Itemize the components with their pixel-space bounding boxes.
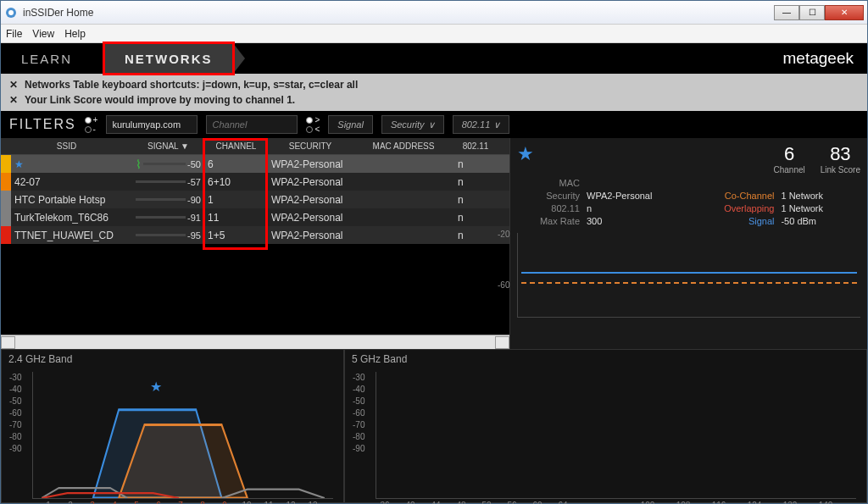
axis-tick: 13	[308, 501, 317, 504]
nav-learn[interactable]: LEARN	[1, 43, 92, 74]
row-color-swatch	[1, 191, 11, 208]
band-5ghz: 5 GHz Band -30-40-50-60-70-80-90-30-40-5…	[344, 349, 867, 503]
cell-channel: 6	[204, 158, 268, 170]
spectrum-chart-24: ★ -30-40-50-60-70-80-9012345678910111213	[32, 372, 333, 499]
nav-networks[interactable]: NETWORKS	[104, 43, 233, 74]
axis-tick: 44	[431, 501, 440, 504]
cell-signal: -90	[132, 195, 204, 205]
filter-ssid-input[interactable]	[106, 115, 198, 134]
axis-tick: 140	[819, 501, 833, 504]
table-row[interactable]: ★ ⌇-506WPA2-Personaln	[1, 155, 509, 173]
filter-channel-input[interactable]	[206, 115, 298, 134]
axis-tick: 64	[558, 501, 567, 504]
axis-tick: -40	[353, 385, 364, 394]
axis-tick: -70	[353, 420, 364, 429]
signal-mode-toggle[interactable]: > <	[306, 115, 320, 134]
axis-tick: 132	[783, 501, 798, 504]
table-row[interactable]: TurkTelekom_T6C86-9111WPA2-Personaln	[1, 208, 509, 226]
close-button[interactable]: ✕	[825, 5, 864, 20]
cell-ssid: TTNET_HUAWEI_CD	[11, 230, 132, 241]
svg-point-1	[8, 10, 14, 15]
maximize-button[interactable]: ☐	[799, 5, 825, 20]
axis-tick: 116	[712, 501, 726, 504]
nav-arrow-icon	[233, 43, 245, 74]
axis-tick: 52	[481, 501, 491, 504]
nav-arrow-icon	[92, 43, 104, 74]
axis-tick: 100	[641, 501, 655, 504]
axis-tick: 60	[532, 501, 542, 504]
star-icon: ★	[14, 158, 24, 170]
axis-tick: 4	[112, 501, 117, 504]
ssid-mode-toggle[interactable]: + -	[85, 115, 98, 134]
cell-ssid: HTC Portable Hotsp	[11, 194, 132, 206]
scroll-right-icon[interactable]	[495, 336, 509, 349]
menu-view[interactable]: View	[32, 28, 54, 40]
spectrum-chart-5: -30-40-50-60-70-80-90-30-40-50-60-70-80-…	[376, 372, 856, 499]
filter-80211-button[interactable]: 802.11 ∨	[453, 115, 510, 134]
cell-security: WPA2-Personal	[268, 176, 353, 188]
tips-bar: ✕Networks Table keyboard shortcuts: j=do…	[1, 74, 867, 111]
axis-tick: -40	[9, 385, 21, 394]
star-icon[interactable]: ★	[517, 143, 534, 174]
th-channel[interactable]: CHANNEL	[204, 141, 268, 151]
chevron-down-icon: ∨	[428, 119, 435, 130]
table-row[interactable]: 42-07-576+10WPA2-Personaln	[1, 173, 509, 191]
star-icon: ★	[150, 379, 162, 395]
titlebar[interactable]: inSSIDer Home — ☐ ✕	[1, 1, 867, 25]
cell-channel: 6+10	[204, 176, 268, 188]
filters-bar: FILTERS + - > < Signal Security ∨ 802.11…	[1, 111, 867, 138]
tip-close-icon[interactable]: ✕	[9, 94, 18, 106]
filter-signal-button[interactable]: Signal	[328, 115, 373, 134]
axis-tick: -90	[9, 444, 21, 453]
th-ssid[interactable]: SSID	[1, 141, 132, 151]
axis-tick: 3	[90, 501, 95, 504]
cell-security: WPA2-Personal	[268, 194, 353, 206]
row-color-swatch	[1, 226, 11, 244]
cell-80211: n	[454, 158, 497, 170]
axis-tick: -50	[353, 396, 364, 406]
axis-tick: 12	[286, 501, 295, 504]
cell-80211: n	[454, 176, 497, 188]
axis-tick: -80	[9, 432, 21, 441]
cell-80211: n	[454, 230, 497, 241]
axis-tick: 2	[68, 501, 73, 504]
table-row[interactable]: TTNET_HUAWEI_CD-951+5WPA2-Personaln	[1, 226, 509, 244]
cell-security: WPA2-Personal	[268, 212, 353, 224]
scroll-left-icon[interactable]	[1, 336, 15, 349]
minimize-button[interactable]: —	[774, 5, 799, 20]
cell-security: WPA2-Personal	[268, 158, 353, 170]
cell-signal: -91	[132, 213, 204, 223]
axis-tick: 6	[156, 501, 161, 504]
axis-tick: 8	[200, 501, 205, 504]
th-mac[interactable]: MAC ADDRESS	[353, 141, 454, 151]
menu-file[interactable]: File	[6, 28, 22, 40]
tip-text: Your Link Score would improve by moving …	[25, 94, 295, 106]
row-color-swatch	[1, 208, 11, 226]
detail-pane: ★ 6Channel 83Link Score MAC SecurityWPA2…	[509, 138, 867, 349]
axis-tick: 108	[676, 501, 691, 504]
cell-signal: -95	[132, 230, 204, 241]
axis-tick: 1	[46, 501, 51, 504]
table-row[interactable]: HTC Portable Hotsp-901WPA2-Personaln	[1, 191, 509, 208]
window-title: inSSIDer Home	[23, 7, 774, 19]
cell-80211: n	[454, 212, 497, 224]
axis-tick: 11	[264, 501, 273, 504]
networks-table: SSID SIGNAL ▼ CHANNEL SECURITY MAC ADDRE…	[1, 138, 509, 349]
filter-security-button[interactable]: Security ∨	[381, 115, 444, 134]
th-80211[interactable]: 802.11	[454, 141, 497, 151]
tip-close-icon[interactable]: ✕	[9, 79, 18, 91]
axis-tick: 40	[405, 501, 415, 504]
horizontal-scrollbar[interactable]	[1, 335, 509, 349]
detail-channel-value: 6	[773, 143, 804, 165]
menubar: File View Help	[1, 25, 867, 43]
chevron-down-icon: ∨	[493, 119, 500, 130]
cell-channel: 1+5	[204, 230, 268, 241]
th-signal[interactable]: SIGNAL ▼	[132, 141, 204, 151]
cell-channel: 11	[204, 212, 268, 224]
axis-tick: -50	[9, 396, 21, 406]
axis-tick: 7	[178, 501, 183, 504]
th-security[interactable]: SECURITY	[268, 141, 353, 151]
cell-signal: -57	[132, 177, 204, 187]
axis-tick: 10	[242, 501, 251, 504]
menu-help[interactable]: Help	[64, 28, 86, 40]
